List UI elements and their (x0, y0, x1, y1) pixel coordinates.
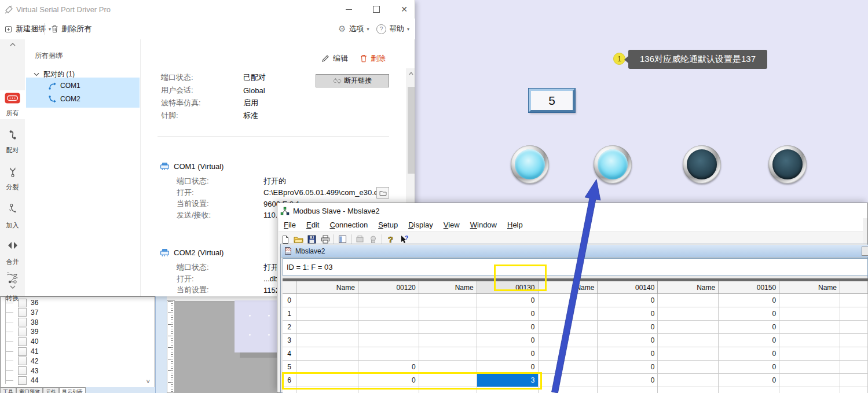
grid-cell[interactable]: 0 (598, 307, 658, 321)
checkbox[interactable] (18, 347, 27, 356)
grid-cell[interactable]: 6 (283, 374, 296, 387)
grid-selected-cell[interactable]: 3 (477, 374, 539, 387)
grid-cell[interactable]: 0 (719, 294, 779, 307)
grid-cell[interactable] (419, 294, 477, 307)
grid-cell[interactable] (358, 321, 419, 334)
grid-cell[interactable] (658, 321, 719, 334)
tree-node-43[interactable]: 43 (1, 366, 151, 376)
grid-header-00150[interactable]: 00150 (719, 281, 779, 294)
grid-cell[interactable] (658, 294, 719, 307)
grid-cell[interactable] (539, 374, 598, 387)
maximize-button[interactable] (367, 2, 386, 17)
modbus-titlebar[interactable]: Modbus Slave - Mbslave2 (277, 203, 867, 218)
minimize-button[interactable] (339, 2, 358, 17)
grid-cell[interactable]: 2 (283, 321, 296, 334)
grid-cell[interactable] (840, 374, 868, 387)
grid-cell[interactable] (296, 347, 358, 361)
grid-cell[interactable] (840, 321, 868, 334)
grid-cell[interactable]: 1 (283, 307, 296, 321)
options-button[interactable]: ⚙ 选项 ▾ (338, 23, 369, 35)
grid-cell[interactable] (477, 387, 539, 393)
grid-cell[interactable]: 0 (358, 374, 419, 387)
sidebar-item-split-icon[interactable] (0, 167, 25, 177)
grid-cell[interactable] (840, 361, 868, 374)
grid-cell[interactable] (539, 294, 598, 307)
hmi-lamp-button-4[interactable] (768, 145, 807, 183)
grid-cell[interactable]: 0 (598, 334, 658, 347)
grid-cell[interactable] (840, 387, 868, 393)
grid-cell[interactable] (539, 347, 598, 361)
grid-cell[interactable] (658, 387, 719, 393)
menu-window[interactable]: Window (465, 221, 502, 229)
bottom-tab-元件[interactable]: 元件 (43, 387, 59, 393)
grid-cell[interactable] (779, 334, 840, 347)
grid-cell[interactable] (719, 387, 779, 393)
checkbox[interactable] (18, 337, 27, 346)
delete-button[interactable]: 删除 (360, 53, 386, 64)
disconnect-button[interactable]: 断开链接 (316, 74, 389, 87)
sidebar-item-merge-icon[interactable] (0, 241, 25, 250)
hmi-lamp-button-1[interactable] (511, 145, 549, 183)
browse-button[interactable] (376, 187, 389, 199)
grid-cell[interactable] (598, 387, 658, 393)
grid-cell[interactable] (419, 374, 477, 387)
grid-cell[interactable]: 0 (719, 334, 779, 347)
grid-cell[interactable] (779, 374, 840, 387)
grid-cell[interactable]: 0 (719, 361, 779, 374)
grid-cell[interactable]: 0 (477, 334, 539, 347)
close-button[interactable]: ✕ (395, 2, 413, 17)
grid-header-Name[interactable]: Name (779, 281, 840, 294)
grid-header-Name[interactable]: Name (296, 281, 358, 294)
grid-header-corner[interactable] (283, 281, 296, 294)
grid-header-00140[interactable]: 00140 (598, 281, 658, 294)
grid-cell[interactable] (779, 321, 840, 334)
tree-node-39[interactable]: 39 (1, 327, 151, 336)
grid-cell[interactable]: 4 (283, 347, 296, 361)
menu-connection[interactable]: Connection (324, 221, 373, 229)
sidebar-item-join-label[interactable]: 加入 (0, 221, 25, 230)
grid-header-Name[interactable]: Name (539, 281, 598, 294)
grid-cell[interactable]: 0 (719, 321, 779, 334)
checkbox[interactable] (18, 318, 27, 326)
grid-cell[interactable] (296, 307, 358, 321)
tree-node-41[interactable]: 41 (1, 347, 151, 356)
grid-cell[interactable] (283, 387, 296, 393)
grid-cell[interactable] (419, 347, 477, 361)
help-button[interactable]: ? 帮助 ▾ (376, 23, 409, 35)
tree-node-44[interactable]: 44 (1, 376, 151, 385)
checkbox[interactable] (18, 376, 27, 385)
checkbox[interactable] (18, 357, 27, 365)
grid-cell[interactable] (658, 374, 719, 387)
grid-header-Name[interactable]: Name (658, 281, 719, 294)
grid-cell[interactable]: 0 (477, 347, 539, 361)
grid-cell[interactable]: 0 (477, 321, 539, 334)
grid-cell[interactable]: 0 (598, 294, 658, 307)
grid-cell[interactable]: 0 (598, 361, 658, 374)
grid-cell[interactable] (658, 347, 719, 361)
editor-object-tree[interactable]: 363738394041424344 ˅ (0, 296, 155, 388)
sidebar-item-join-icon[interactable] (0, 204, 25, 214)
bottom-tab-窗口预览[interactable]: 窗口预览 (16, 387, 43, 393)
tree-node-40[interactable]: 40 (1, 337, 151, 346)
grid-cell[interactable] (296, 294, 358, 307)
menu-display[interactable]: Display (403, 221, 438, 229)
grid-header-00130[interactable]: 00130 (477, 281, 539, 294)
grid-cell[interactable] (419, 387, 477, 393)
sidebar-scroll-up-icon[interactable] (0, 42, 25, 47)
menu-view[interactable]: View (438, 221, 465, 229)
grid-cell[interactable] (779, 294, 840, 307)
grid-cell[interactable] (840, 334, 868, 347)
grid-cell[interactable] (539, 307, 598, 321)
checkbox[interactable] (18, 308, 27, 317)
grid-cell[interactable]: 0 (719, 347, 779, 361)
sidebar-item-all-icon[interactable] (0, 93, 25, 104)
grid-cell[interactable] (358, 307, 419, 321)
grid-cell[interactable] (296, 374, 358, 387)
checkbox[interactable] (18, 328, 27, 336)
grid-cell[interactable]: 3 (283, 334, 296, 347)
grid-cell[interactable] (658, 334, 719, 347)
grid-cell[interactable] (296, 321, 358, 334)
tree-item-com1[interactable]: COM1 (48, 79, 80, 93)
vspd-titlebar[interactable]: Virtual Serial Port Driver Pro ✕ (0, 0, 415, 19)
grid-cell[interactable] (296, 387, 358, 393)
